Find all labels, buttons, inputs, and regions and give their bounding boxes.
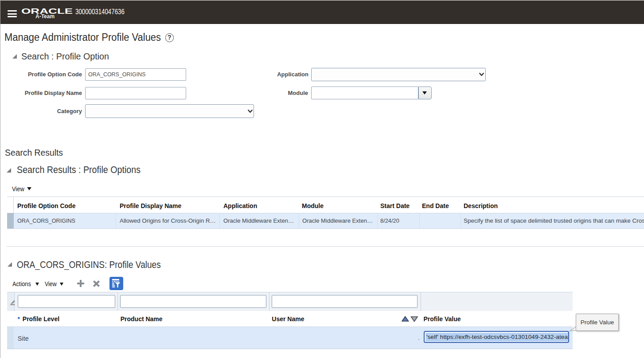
svg-text:A-Team: A-Team xyxy=(35,13,55,20)
